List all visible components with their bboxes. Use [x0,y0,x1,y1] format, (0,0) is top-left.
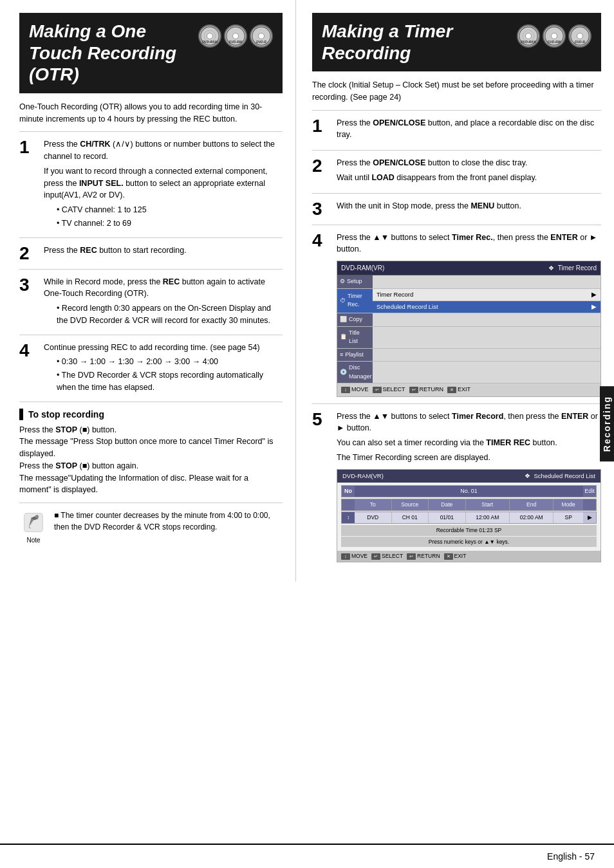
right-step-5: 5 Press the ▲▼ buttons to select Timer R… [312,403,601,569]
menu-copy-row: ⬜Copy [337,313,600,327]
menu-copy-sidebar: ⬜Copy [337,313,373,326]
sched-col-to: To [355,499,392,510]
menu-footer-select: ↵ SELECT [373,385,405,394]
sched-footer-return: ↩ RETURN [407,552,440,560]
right-step-4-content: Press the ▲▼ buttons to select Timer Rec… [337,232,601,397]
menu-footer-return: ↩ RETURN [409,385,444,394]
menu-footer: ↕ MOVE ↵ SELECT ↩ RETURN [337,383,600,396]
tv-channel: • TV channel: 2 to 69 [57,217,283,230]
right-step-3-content: With the unit in Stop mode, press the ME… [337,200,601,218]
right-step-4-number: 4 [312,232,330,397]
svg-point-6 [259,33,265,39]
right-step-2-number: 2 [312,157,330,187]
sched-data-row: ↕ DVD CH 01 01/01 12:00 AM 02:00 AM SP ▶ [341,512,597,524]
sched-return-icon: ↩ [407,553,416,560]
sched-data-cells: DVD CH 01 01/01 12:00 AM 02:00 AM SP [355,512,583,523]
sched-footer: ↕ MOVE ↵ SELECT ↩ RETURN [337,551,600,562]
left-step-2-content: Press the REC button to start recording. [44,245,283,263]
return-icon: ↩ [409,387,418,393]
right-step-1-content: Press the OPEN/CLOSE button, and place a… [337,117,601,144]
page-container: Recording Making a One Touch Recording (… [0,0,614,868]
sched-edit-col [583,499,596,510]
sched-col-end: End [510,499,554,510]
note-section: Note ■ The timer counter decreases by th… [19,503,283,550]
note-text: ■ The timer counter decreases by the min… [54,510,283,533]
sched-no-col [342,499,355,510]
left-title-text: Making a One Touch Recording (OTR) [29,21,198,86]
sched-select-icon: ↵ [371,553,380,560]
right-step-5-content: Press the ▲▼ buttons to select Timer Rec… [337,411,601,563]
select-icon: ↵ [373,387,382,393]
dvd-rw-icon-left: DVD-RW [224,24,247,48]
sched-cell-mode: SP [554,512,583,523]
stop-recording-section: To stop recording Press the STOP (■) but… [19,402,283,503]
stop-recording-content: Press the STOP (■) button. The message "… [19,424,283,497]
dvd-r-icon-left: DVD-R [250,24,273,48]
sched-col-date: Date [429,499,466,510]
menu-playlist-row: ≡Playlist [337,349,600,362]
right-section-title: Making a Timer Recording DVD-RAM [312,13,601,71]
left-step-2-number: 2 [19,245,37,263]
menu-timerrec-row: ⏱Timer Rec. Timer Record▶ Scheduled Reco… [337,289,600,314]
sched-row-no: ↕ [342,512,355,523]
sched-move-icon: ↕ [341,553,350,560]
svg-point-1 [207,33,213,39]
left-step-1-content: Press the CH/TRK (∧/∨) buttons or number… [44,138,283,230]
left-column: Making a One Touch Recording (OTR) DVD-R… [0,0,296,582]
svg-point-8 [35,515,39,518]
left-step-4-number: 4 [19,342,37,395]
note-label: Note [26,537,40,544]
sched-header-right: ❖ Scheduled Record List [525,472,595,481]
svg-point-4 [233,33,239,39]
note-pencil-icon [21,510,46,535]
sched-col-start: Start [466,499,510,510]
svg-point-16 [577,33,583,39]
right-disc-icons: DVD-RAM DVD-RW DVD-R [517,24,591,48]
sched-no-01: No. 01 [355,486,583,497]
dvd-rw-icon-right: DVD-RW [543,24,566,48]
right-step-3: 3 With the unit in Stop mode, press the … [312,193,601,225]
dvd-ram-icon-right: DVD-RAM [517,24,540,48]
sched-row-header: No No. 01 Edit [341,485,597,498]
right-step-1: 1 Press the OPEN/CLOSE button, and place… [312,110,601,151]
svg-point-11 [526,33,532,39]
menu-footer-move: ↕ MOVE [341,385,369,394]
menu-titlelist-row: 📋Title List [337,327,600,349]
left-step-1-number: 1 [19,138,37,230]
left-step-3: 3 While in Record mode, press the REC bu… [19,269,283,335]
sched-edit-btn: ▶ [583,512,596,523]
exit-icon: ✕ [447,387,456,393]
menu-footer-exit: ✕ EXIT [447,385,470,394]
note-icon-container: Note [19,510,48,544]
sched-header-left: DVD-RAM(VR) [342,472,384,481]
left-disc-icons: DVD-RAM DVD-RW DVD-R [198,24,273,48]
sched-col-source: Source [392,499,429,510]
english-label: English - 57 [547,851,595,862]
menu-header-left: DVD-RAM(VR) [341,263,384,273]
sched-col-labels: To Source Date Start End Mode [355,499,583,510]
dvd-ram-icon-left: DVD-RAM [198,24,221,48]
sched-footer-move: ↕ MOVE [341,552,367,560]
right-step-4: 4 Press the ▲▼ buttons to select Timer R… [312,225,601,403]
right-title-text: Making a Timer Recording [322,21,517,64]
sched-no-col-header: No [342,486,355,497]
sched-cell-to: DVD [355,512,392,523]
sched-cell-start: 12:00 AM [466,512,510,523]
sched-body: No No. 01 Edit To Source Date [337,483,600,551]
black-bar-icon [19,409,23,420]
menu-header: DVD-RAM(VR) ❖ Timer Record [337,261,600,275]
left-step-4: 4 Continue pressing REC to add recording… [19,335,283,402]
menu-scheduled-record-item: Scheduled Record List▶ [373,301,600,313]
left-step-1: 1 Press the CH/TRK (∧/∨) buttons or numb… [19,131,283,237]
menu-timerrec-sidebar: ⏱Timer Rec. [337,289,373,313]
sched-cell-source: CH 01 [392,512,429,523]
sched-edit-col-header: Edit [583,486,596,497]
sched-col-mode: Mode [554,499,583,510]
menu-playlist-sidebar: ≡Playlist [337,349,373,362]
menu-timerrec-submenu: Timer Record▶ Scheduled Record List▶ [373,289,600,313]
menu-discmgr-row: 💿Disc Manager [337,362,600,383]
catv-channel: • CATV channel: 1 to 125 [57,204,283,216]
svg-point-14 [552,33,557,39]
sched-cell-end: 02:00 AM [510,512,554,523]
left-section-title: Making a One Touch Recording (OTR) DVD-R… [19,13,283,93]
